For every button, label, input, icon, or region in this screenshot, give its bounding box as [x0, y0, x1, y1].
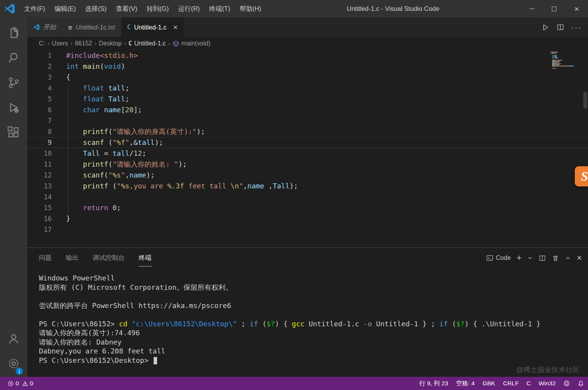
- minimap-line: [551, 56, 579, 57]
- terminal-icon: [486, 254, 494, 262]
- close-panel-button[interactable]: ×: [577, 254, 582, 262]
- problems-status[interactable]: 0 0: [4, 377, 38, 390]
- code-line[interactable]: 16}: [27, 213, 588, 224]
- symbol-method-icon: [173, 40, 179, 47]
- tab-bar: 开始≡Untitled-1c.txtCUntitled-1.c× ···: [27, 17, 588, 37]
- code-line[interactable]: 11 printf("请输入你的姓名: ");: [27, 159, 588, 170]
- split-terminal-button[interactable]: [539, 254, 546, 262]
- maximize-button[interactable]: [543, 0, 565, 17]
- chevron-right-icon: ›: [45, 40, 52, 47]
- feedback-button[interactable]: [560, 377, 574, 390]
- editor-scrollbar[interactable]: [583, 92, 587, 108]
- status-cursor-position[interactable]: 行 9, 列 23: [415, 377, 452, 390]
- maximize-panel-button[interactable]: [565, 255, 571, 261]
- status-platform[interactable]: Win32: [535, 377, 560, 390]
- code-line[interactable]: 8 printf("请输入你的身高(英寸):");: [27, 126, 588, 137]
- tab-close-button[interactable]: ×: [173, 23, 178, 31]
- tabs: 开始≡Untitled-1c.txtCUntitled-1.c×: [27, 17, 184, 37]
- code-line[interactable]: 2int main(void): [27, 61, 588, 72]
- code-text: printf ("%s,you are %.3f feet tall \n",n…: [66, 181, 298, 192]
- code-line[interactable]: 3{: [27, 72, 588, 83]
- minimize-icon: [529, 9, 534, 9]
- breadcrumb-item[interactable]: C:: [39, 40, 45, 47]
- menu-item[interactable]: 帮助(H): [235, 0, 266, 17]
- panel-tabs: 问题输出调试控制台终端: [39, 252, 152, 264]
- minimap-token: [563, 66, 567, 66]
- code-line[interactable]: 9 scanf ("%f",&tall);: [27, 137, 588, 148]
- menu-item[interactable]: 终端(T): [205, 0, 235, 17]
- terminal-line: 尝试新的跨平台 PowerShell https://aka.ms/pscore…: [39, 301, 588, 310]
- code-token: (: [108, 182, 117, 190]
- search-button[interactable]: [0, 45, 27, 70]
- breadcrumb-item[interactable]: Users: [52, 40, 68, 47]
- line-number: 9: [27, 137, 66, 148]
- minimize-button[interactable]: [520, 0, 543, 17]
- code-token: {: [66, 73, 70, 81]
- code-token: [66, 204, 83, 212]
- minimap-token: [555, 63, 560, 64]
- panel-actions: Code +: [486, 254, 582, 262]
- status-indentation[interactable]: 空格: 4: [452, 377, 478, 390]
- code-editor[interactable]: 1#include<stdio.h>2int main(void)3{4 flo…: [27, 50, 588, 247]
- minimap-token: [556, 53, 556, 54]
- code-line[interactable]: 14: [27, 192, 588, 202]
- panel-tab[interactable]: 终端: [139, 252, 152, 264]
- code-line[interactable]: 4 float tall;: [27, 83, 588, 94]
- kill-terminal-button[interactable]: [552, 254, 559, 262]
- status-encoding[interactable]: GBK: [479, 377, 499, 390]
- panel-tab[interactable]: 问题: [39, 252, 52, 264]
- menu-item[interactable]: 选择(S): [80, 0, 111, 17]
- more-actions-button[interactable]: ···: [571, 23, 582, 32]
- settings-button[interactable]: 1: [0, 351, 27, 376]
- terminal[interactable]: Windows PowerShell版权所有 (C) Microsoft Cor…: [27, 268, 588, 377]
- code-line[interactable]: 13 printf ("%s,you are %.3f feet tall \n…: [27, 181, 588, 192]
- breadcrumb-item[interactable]: main(void): [173, 40, 211, 47]
- code-line[interactable]: 7: [27, 115, 588, 126]
- extensions-button[interactable]: [0, 120, 27, 145]
- code-line[interactable]: 10 Tall = tall/12;: [27, 148, 588, 159]
- source-control-button[interactable]: [0, 70, 27, 95]
- close-button[interactable]: ×: [565, 0, 588, 17]
- terminal-dropdown-button[interactable]: [527, 255, 533, 261]
- panel-tab[interactable]: 调试控制台: [93, 252, 125, 264]
- run-debug-button[interactable]: [0, 95, 27, 120]
- code-line[interactable]: 15 return 0;: [27, 202, 588, 213]
- menu-item[interactable]: 转到(G): [142, 0, 173, 17]
- terminal-profile-select[interactable]: Code: [486, 254, 511, 262]
- code-token: ": [239, 182, 243, 190]
- status-eol[interactable]: CRLF: [499, 377, 522, 390]
- code-token: [66, 127, 83, 136]
- notifications-bell[interactable]: [574, 377, 588, 390]
- minimap[interactable]: [551, 52, 579, 71]
- code-line[interactable]: 5 float Tall;: [27, 94, 588, 104]
- editor-tab[interactable]: ≡Untitled-1c.txt: [62, 17, 121, 37]
- breadcrumb-item[interactable]: Desktop: [99, 40, 122, 47]
- status-language[interactable]: C: [523, 377, 535, 390]
- code-line[interactable]: 12 scanf("%s",name);: [27, 170, 588, 181]
- editor-tab[interactable]: 开始: [27, 17, 62, 37]
- panel-tab[interactable]: 输出: [66, 252, 79, 264]
- code-token: name: [104, 106, 121, 114]
- breadcrumb-label: Desktop: [99, 40, 122, 47]
- code-line[interactable]: 6 char name[20];: [27, 104, 588, 115]
- menu-item[interactable]: 运行(R): [173, 0, 205, 17]
- account-button[interactable]: [0, 326, 27, 351]
- breadcrumb-item[interactable]: 86152: [75, 40, 92, 47]
- breadcrumb-label: Untitled-1.c: [134, 40, 166, 47]
- new-terminal-button[interactable]: +: [516, 254, 522, 262]
- terminal-token: $?: [266, 320, 275, 328]
- code-token: char: [83, 106, 100, 114]
- editor-tab[interactable]: CUntitled-1.c×: [121, 17, 184, 37]
- breadcrumb-item[interactable]: CUntitled-1.c: [128, 40, 166, 47]
- code-line[interactable]: 1#include<stdio.h>: [27, 50, 588, 61]
- menu-item[interactable]: 文件(F): [19, 0, 50, 17]
- menu-item[interactable]: 查看(V): [111, 0, 142, 17]
- run-file-button[interactable]: [541, 23, 550, 31]
- split-editor-button[interactable]: [556, 23, 564, 31]
- code-line[interactable]: 17: [27, 224, 588, 235]
- explorer-button[interactable]: [0, 21, 27, 45]
- chevron-right-icon: ›: [92, 40, 99, 47]
- orange-s-badge[interactable]: S: [575, 166, 588, 186]
- terminal-line: Dabney,you are 6.208 feet tall: [39, 346, 588, 356]
- menu-item[interactable]: 编辑(E): [50, 0, 80, 17]
